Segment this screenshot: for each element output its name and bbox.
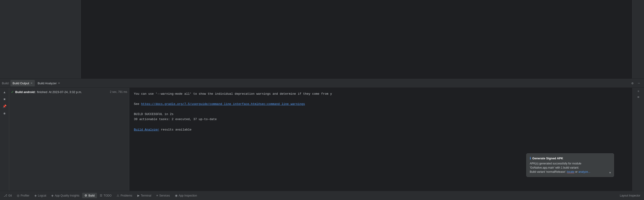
build-log: You can use '--warning-mode all' to show… — [129, 88, 632, 191]
tab-build-analyzer-label: Build Analyzer — [38, 82, 56, 85]
toolbar-app-quality-label: App Quality Insights — [55, 194, 80, 197]
notification-title: Generate Signed APK — [532, 156, 563, 160]
build-analyzer-link[interactable]: Build Analyzer — [134, 128, 159, 132]
sidebar-pin-icon[interactable]: 📌 — [2, 104, 8, 109]
toolbar-item-profiler[interactable]: ◎ Profiler — [14, 193, 32, 198]
build-module-name: Build android: — [15, 90, 36, 94]
log-line-1: You can use '--warning-mode all' to show… — [134, 92, 628, 96]
toolbar-item-build[interactable]: ⚙ Build — [82, 193, 97, 198]
logcat-icon: ◈ — [34, 194, 37, 197]
build-status-text: finished — [37, 90, 47, 94]
sidebar-eye-icon[interactable]: ◉ — [2, 110, 8, 116]
toolbar-services-label: Services — [159, 194, 170, 197]
log-line-success: BUILD SUCCESSFUL in 2s — [134, 112, 628, 117]
build-minimize-icon[interactable]: — — [636, 80, 642, 86]
notification-body-line2: 'GoNative.app.main' with 1 build variant… — [530, 166, 579, 169]
toolbar-git-label: Git — [8, 194, 12, 197]
toolbar-item-services[interactable]: ≡ Services — [154, 193, 172, 198]
gradle-docs-link[interactable]: https://docs.gradle.org/7.5/userguide/co… — [141, 102, 305, 106]
todo-icon: ☰ — [100, 194, 102, 197]
bottom-toolbar: ⎇ Git ◎ Profiler ◈ Logcat ◈ App Quality … — [0, 191, 644, 200]
notification-analyze-link[interactable]: analyze... — [578, 170, 590, 174]
notification-body-line3-prefix: Build variant 'normalRelease': — [530, 170, 567, 174]
toolbar-right: Layout Inspector — [618, 193, 642, 198]
log-line-see: See https://docs.gradle.org/7.5/userguid… — [134, 102, 628, 107]
build-settings-icon[interactable]: ⚙ — [629, 80, 636, 86]
build-tree: ✓ Build android: finished At 2023-07-24,… — [9, 88, 129, 191]
notification-chevron-icon[interactable]: ▼ — [609, 171, 612, 174]
notification-locate-link[interactable]: locate — [567, 170, 574, 174]
toolbar-item-app-inspection[interactable]: ◉ App Inspection — [173, 193, 199, 198]
toolbar-item-problems[interactable]: ⚠ Problems — [114, 193, 134, 198]
profiler-icon: ◎ — [17, 194, 20, 197]
tab-build-analyzer-close[interactable]: ✕ — [58, 82, 60, 85]
tab-build-output-label: Build Output — [13, 82, 29, 85]
tab-build-output[interactable]: Build Output ✕ — [10, 80, 35, 86]
app-quality-icon: ◈ — [51, 194, 54, 197]
sidebar-stop-icon[interactable]: ■ — [2, 96, 8, 102]
build-tabbar: Build: Build Output ✕ Build Analyzer ✕ ⚙… — [0, 78, 644, 88]
notification-or: or — [574, 170, 578, 174]
build-log-right: ≡ ⊞ — [632, 88, 644, 191]
success-check-icon: ✓ — [11, 90, 14, 94]
build-timestamp: At 2023-07-24, 3:32 p.m. — [49, 90, 82, 94]
toolbar-item-git[interactable]: ⎇ Git — [2, 193, 14, 198]
toolbar-item-app-quality[interactable]: ◈ App Quality Insights — [49, 193, 82, 198]
toolbar-build-label: Build — [88, 194, 95, 197]
toolbar-item-terminal[interactable]: ▶ Terminal — [135, 193, 154, 198]
left-editor-panel — [0, 0, 81, 78]
log-line-analyzer: Build Analyzer results available — [134, 127, 628, 132]
toolbar-profiler-label: Profiler — [20, 194, 29, 197]
toolbar-todo-label: TODO — [104, 194, 112, 197]
log-line-blank3 — [134, 122, 628, 127]
notification-body-line1: APK(s) generated successfully for module — [530, 162, 581, 165]
problems-icon: ⚠ — [116, 194, 119, 197]
build-label: Build: — [2, 82, 10, 85]
tab-build-output-close[interactable]: ✕ — [30, 82, 32, 85]
app-inspection-icon: ◉ — [175, 194, 178, 197]
build-content-area: ▲ ■ 📌 ◉ ✓ Build android: finished At 202… — [0, 88, 644, 191]
tab-build-analyzer[interactable]: Build Analyzer ✕ — [35, 80, 62, 86]
right-editor-panel — [632, 0, 644, 78]
info-icon: ℹ — [530, 156, 531, 160]
build-icon: ⚙ — [84, 194, 87, 197]
build-tree-item[interactable]: ✓ Build android: finished At 2023-07-24,… — [9, 89, 129, 95]
toolbar-terminal-label: Terminal — [141, 194, 151, 197]
services-icon: ≡ — [156, 194, 158, 197]
terminal-icon: ▶ — [137, 194, 140, 197]
log-line-blank1 — [134, 96, 628, 102]
log-filter-icon[interactable]: ⊞ — [636, 95, 641, 99]
toolbar-problems-label: Problems — [120, 194, 132, 197]
build-sidebar: ▲ ■ 📌 ◉ — [0, 88, 9, 191]
toolbar-item-layout-inspector[interactable]: Layout Inspector — [618, 193, 642, 198]
notification-header: ℹ Generate Signed APK — [530, 156, 610, 160]
editor-area — [0, 0, 644, 78]
notification-popup: ℹ Generate Signed APK APK(s) generated s… — [526, 153, 614, 177]
center-editor-panel — [81, 0, 632, 78]
toolbar-item-logcat[interactable]: ◈ Logcat — [32, 193, 48, 198]
log-wrap-icon[interactable]: ≡ — [636, 89, 641, 94]
toolbar-item-todo[interactable]: ☰ TODO — [98, 193, 114, 198]
sidebar-up-icon[interactable]: ▲ — [2, 90, 8, 95]
layout-inspector-label: Layout Inspector — [620, 194, 640, 197]
git-icon: ⎇ — [4, 194, 7, 197]
log-line-blank2 — [134, 107, 628, 112]
toolbar-logcat-label: Logcat — [38, 194, 46, 197]
build-duration: 2 sec, 791 ms — [110, 90, 127, 94]
log-line-tasks: 39 actionable tasks: 2 executed, 37 up-t… — [134, 117, 628, 122]
toolbar-app-inspection-label: App Inspection — [179, 194, 197, 197]
notification-body: APK(s) generated successfully for module… — [530, 162, 610, 174]
